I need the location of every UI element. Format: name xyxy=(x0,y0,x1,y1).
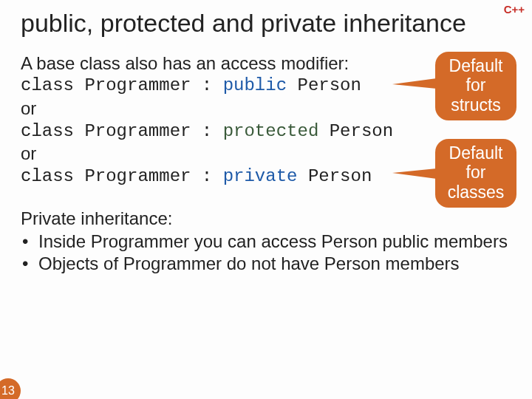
code-text: Person xyxy=(297,166,372,186)
code-text: Person xyxy=(318,121,393,141)
code-text: class Programmer : xyxy=(21,75,223,95)
slide: C++ public, protected and private inheri… xyxy=(0,0,532,399)
bullet-mark: • xyxy=(21,253,38,276)
slide-title: public, protected and private inheritanc… xyxy=(21,7,511,39)
code-text: class Programmer : xyxy=(21,166,223,186)
callout-text: Default for structs xyxy=(449,56,503,115)
page-number: 13 xyxy=(0,378,21,399)
code-text: class Programmer : xyxy=(21,121,223,141)
bullet-item: • Inside Programmer you can access Perso… xyxy=(21,231,511,253)
bullet-text: Inside Programmer you can access Person … xyxy=(38,231,508,253)
callout-tail xyxy=(392,168,437,179)
keyword-protected: protected xyxy=(223,121,319,141)
code-line-2: class Programmer : protected Person xyxy=(21,120,511,143)
callout-text: Default for classes xyxy=(448,143,505,202)
bullet-item: • Objects of Programmer do not have Pers… xyxy=(21,253,511,276)
keyword-public: public xyxy=(223,75,287,95)
cpp-badge: C++ xyxy=(504,3,525,16)
bullet-mark: • xyxy=(21,231,38,253)
section-subtitle: Private inheritance: xyxy=(21,208,511,231)
section-private-inheritance: Private inheritance: • Inside Programmer… xyxy=(21,208,511,276)
code-text: Person xyxy=(287,75,361,95)
callout-tail xyxy=(392,78,437,89)
callout-default-classes: Default for classes xyxy=(435,139,516,208)
bullet-text: Objects of Programmer do not have Person… xyxy=(38,253,460,276)
callout-default-structs: Default for structs xyxy=(435,52,516,120)
keyword-private: private xyxy=(223,166,298,186)
